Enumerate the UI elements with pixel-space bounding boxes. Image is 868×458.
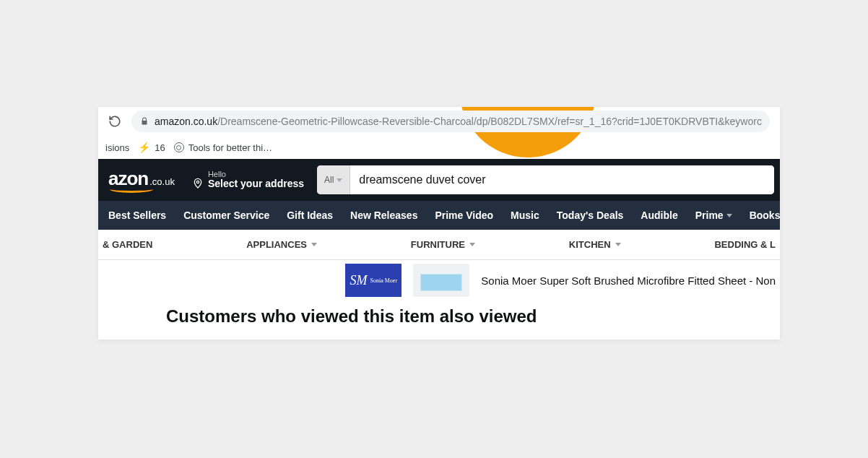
search-input[interactable] bbox=[350, 165, 774, 194]
subnav-appliances[interactable]: APPLIANCES bbox=[246, 239, 317, 250]
nav-prime[interactable]: Prime bbox=[695, 209, 732, 221]
subnav-furniture[interactable]: FURNITURE bbox=[411, 239, 475, 250]
url-domain: amazon.co.uk bbox=[155, 116, 217, 127]
search-category-dropdown[interactable]: All bbox=[317, 165, 350, 194]
nav-customer-service[interactable]: Customer Service bbox=[183, 209, 269, 221]
nav-books[interactable]: Books bbox=[750, 209, 780, 221]
location-pin-icon bbox=[192, 177, 204, 190]
category-subnav: & GARDEN APPLIANCES FURNITURE KITCHEN BE… bbox=[98, 230, 780, 260]
bolt-count: 16 bbox=[155, 142, 165, 153]
chevron-down-icon bbox=[337, 178, 342, 182]
nav-todays-deals[interactable]: Today's Deals bbox=[557, 209, 624, 221]
thumb-brand-text: Sonia Moer bbox=[370, 277, 398, 284]
bookmark-item-bolt[interactable]: ⚡ 16 bbox=[138, 142, 165, 153]
bookmark-item-tools[interactable]: Tools for better thi… bbox=[174, 142, 272, 153]
search-bar: All bbox=[317, 165, 774, 194]
nav-gift-ideas[interactable]: Gift Ideas bbox=[287, 209, 333, 221]
lock-icon bbox=[140, 117, 149, 126]
chevron-down-icon bbox=[311, 243, 317, 246]
product-thumbnail-brand[interactable]: SM Sonia Moer bbox=[345, 264, 402, 297]
nav-best-sellers[interactable]: Best Sellers bbox=[108, 209, 166, 221]
nav-prime-video[interactable]: Prime Video bbox=[435, 209, 493, 221]
sponsored-product-title[interactable]: Sonia Moer Super Soft Brushed Microfibre… bbox=[481, 275, 776, 287]
deliver-to-button[interactable]: Hello Select your address bbox=[188, 167, 308, 192]
url-path: /Dreamscene-Geometric-Pillowcase-Reversi… bbox=[217, 116, 762, 127]
logo-tld: .co.uk bbox=[149, 176, 175, 187]
deliver-address: Select your address bbox=[208, 178, 304, 189]
thumb-monogram: SM bbox=[350, 273, 368, 288]
chevron-down-icon bbox=[469, 243, 475, 246]
amazon-logo[interactable]: azon.co.uk bbox=[104, 165, 179, 196]
nav-new-releases[interactable]: New Releases bbox=[350, 209, 417, 221]
browser-toolbar: amazon.co.uk/Dreamscene-Geometric-Pillow… bbox=[98, 107, 780, 136]
bookmarks-bar: isions ⚡ 16 Tools for better thi… bbox=[98, 136, 780, 159]
gear-icon bbox=[174, 142, 184, 152]
site-header: azon.co.uk Hello Select your address All bbox=[98, 159, 780, 201]
search-category-label: All bbox=[324, 175, 334, 185]
subnav-garden[interactable]: & GARDEN bbox=[103, 239, 152, 250]
primary-nav: Best Sellers Customer Service Gift Ideas… bbox=[98, 201, 780, 230]
browser-window: amazon.co.uk/Dreamscene-Geometric-Pillow… bbox=[98, 107, 780, 340]
tools-label: Tools for better thi… bbox=[188, 142, 272, 153]
product-thumbnail-image[interactable] bbox=[413, 264, 469, 297]
nav-audible[interactable]: Audible bbox=[641, 209, 677, 221]
logo-smile-icon bbox=[110, 186, 153, 193]
nav-music[interactable]: Music bbox=[511, 209, 539, 221]
address-bar[interactable]: amazon.co.uk/Dreamscene-Geometric-Pillow… bbox=[131, 111, 770, 132]
subnav-kitchen[interactable]: KITCHEN bbox=[569, 239, 621, 250]
reload-icon[interactable] bbox=[108, 115, 121, 128]
bookmark-item-partial[interactable]: isions bbox=[105, 142, 129, 153]
section-heading-also-viewed: Customers who viewed this item also view… bbox=[98, 301, 780, 340]
chevron-down-icon bbox=[726, 214, 732, 217]
sponsored-product-strip: SM Sonia Moer Sonia Moer Super Soft Brus… bbox=[98, 260, 780, 301]
chevron-down-icon bbox=[615, 243, 621, 246]
subnav-bedding[interactable]: BEDDING & L bbox=[714, 239, 776, 250]
svg-point-0 bbox=[196, 181, 199, 183]
bolt-icon: ⚡ bbox=[138, 142, 150, 153]
